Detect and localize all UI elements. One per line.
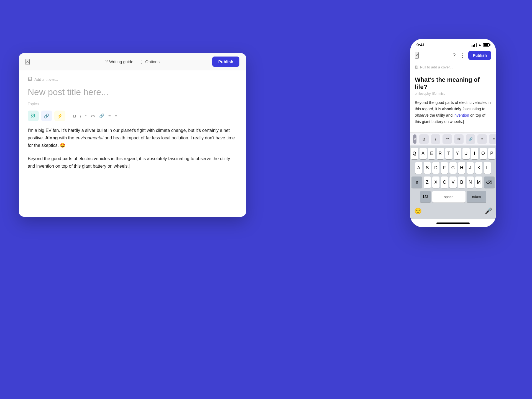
post-title-placeholder: New post title here... <box>28 87 109 97</box>
phone-help-button[interactable]: ? <box>452 52 456 59</box>
phone-bold-text: absolutely <box>442 107 461 111</box>
italic-button[interactable]: I <box>80 114 81 118</box>
return-key[interactable]: return <box>467 191 486 203</box>
phone-ul-button[interactable]: ≡ <box>489 134 496 144</box>
phone-code-button[interactable]: <> <box>454 134 464 144</box>
key-s[interactable]: S <box>424 162 431 174</box>
phone-link-text[interactable]: invention <box>454 113 469 117</box>
key-v[interactable]: V <box>449 177 457 188</box>
key-a[interactable]: A <box>415 162 422 174</box>
key-g[interactable]: G <box>449 162 457 174</box>
phone-status-bar: 9:41 ▲ <box>410 39 496 49</box>
phone-toolbar: × ? ⋮ Publish <box>410 49 496 62</box>
delete-key[interactable]: ⌫ <box>484 177 495 188</box>
bold-button[interactable]: B <box>73 114 76 118</box>
nums-key[interactable]: 123 <box>420 191 431 203</box>
writing-guide-label: Writing guide <box>109 59 133 64</box>
media-link-button[interactable]: 🔗 <box>41 111 52 121</box>
status-icons: ▲ <box>472 43 490 47</box>
phone-format-bar: ✕ B I ❝❞ <> 🔗 ≡ ≡ <box>410 132 496 145</box>
phone-quote-button[interactable]: ❝❞ <box>443 134 452 144</box>
phone-italic-text: observe <box>415 113 429 117</box>
key-j[interactable]: J <box>467 162 474 174</box>
home-bar-indicator <box>436 222 470 224</box>
editor-content: 🖼 Add a cover... New post title here... … <box>19 70 246 217</box>
key-i[interactable]: I <box>471 148 478 159</box>
topics-label[interactable]: Topics <box>28 102 237 106</box>
status-time: 9:41 <box>416 42 425 47</box>
publish-button[interactable]: Publish <box>212 57 239 67</box>
mic-key[interactable]: 🎤 <box>483 206 493 216</box>
phone-italic-button[interactable]: I <box>431 134 440 144</box>
text-cursor <box>129 164 129 168</box>
phone-text-cursor <box>463 120 464 124</box>
quote-button[interactable]: " <box>85 114 86 118</box>
key-t[interactable]: T <box>445 148 452 159</box>
key-h[interactable]: H <box>458 162 465 174</box>
key-q[interactable]: Q <box>411 148 418 159</box>
post-title-input[interactable]: New post title here... <box>28 87 237 97</box>
add-cover-button[interactable]: 🖼 Add a cover... <box>28 77 237 82</box>
link-button[interactable]: 🔗 <box>99 113 104 118</box>
editor-media-tools: 🖼 🔗 ⚡ B I " <> 🔗 ≡ ≡ <box>28 111 237 121</box>
keyboard-row-1: Q A E R T Y U I O P <box>411 148 495 159</box>
question-icon: ? <box>105 59 108 64</box>
bold-text: Along <box>45 135 58 140</box>
paragraph-2: Beyond the good parts of electric vehicl… <box>28 155 237 170</box>
key-p[interactable]: P <box>488 148 495 159</box>
phone-add-cover-label: Pull to add a cover... <box>420 65 453 69</box>
key-f[interactable]: F <box>441 162 448 174</box>
phone-post-title[interactable]: What's the meaning of life? <box>410 72 496 92</box>
dots-icon: ⋮ <box>139 59 144 65</box>
image-icon: 🖼 <box>28 77 32 82</box>
key-y[interactable]: Y <box>454 148 461 159</box>
ordered-list-button[interactable]: ≡ <box>108 114 111 118</box>
format-clear-button[interactable]: ✕ <box>413 134 416 144</box>
options-button[interactable]: ⋮ Options <box>139 59 160 65</box>
key-e[interactable]: E <box>428 148 435 159</box>
key-x[interactable]: X <box>432 177 439 188</box>
phone-ol-button[interactable]: ≡ <box>477 134 487 144</box>
phone-home-bar <box>410 219 496 227</box>
key-r[interactable]: R <box>437 148 444 159</box>
keyboard-row-2: A S D F G H J K L <box>411 162 495 174</box>
key-d[interactable]: D <box>432 162 439 174</box>
phone-bold-button[interactable]: B <box>419 134 429 144</box>
phone-content: 🖼 Pull to add a cover... What's the mean… <box>410 62 496 132</box>
unordered-list-button[interactable]: ≡ <box>115 114 117 118</box>
key-b[interactable]: B <box>458 177 465 188</box>
phone-add-cover[interactable]: 🖼 Pull to add a cover... <box>410 62 496 72</box>
close-button[interactable]: × <box>25 59 30 65</box>
emoji-key[interactable]: 🙂 <box>413 206 423 216</box>
media-image-button[interactable]: 🖼 <box>28 111 39 121</box>
italic-text: environmental <box>76 135 104 140</box>
writing-guide-button[interactable]: ? Writing guide <box>105 59 133 64</box>
phone-publish-button[interactable]: Publish <box>468 51 491 60</box>
key-l[interactable]: L <box>484 162 491 174</box>
code-button[interactable]: <> <box>90 114 95 118</box>
keyboard-bottom: 🙂 🎤 <box>411 205 495 218</box>
key-k[interactable]: K <box>475 162 482 174</box>
key-n[interactable]: N <box>467 177 474 188</box>
keyboard-row-4: 123 space return <box>411 191 495 203</box>
phone-wrapper: 9:41 ▲ × ? ⋮ Publish 🖼 <box>410 39 496 227</box>
phone-link-button[interactable]: 🔗 <box>466 134 475 144</box>
phone-toolbar-actions: ? ⋮ <box>452 52 465 59</box>
key-o[interactable]: O <box>480 148 487 159</box>
battery-icon <box>483 43 490 47</box>
add-cover-label: Add a cover... <box>34 77 58 82</box>
key-w[interactable]: A <box>420 148 427 159</box>
key-c[interactable]: C <box>441 177 448 188</box>
desktop-editor-panel: × ? Writing guide ⋮ Options Publish 🖼 Ad… <box>19 53 246 217</box>
space-key[interactable]: space <box>432 191 466 203</box>
format-buttons: B I ❝❞ <> 🔗 ≡ ≡ <box>419 134 496 144</box>
key-m[interactable]: M <box>475 177 482 188</box>
key-z[interactable]: Z <box>424 177 431 188</box>
key-u[interactable]: U <box>462 148 470 159</box>
shift-key[interactable]: ⇧ <box>411 177 422 188</box>
phone-more-button[interactable]: ⋮ <box>460 52 465 58</box>
phone-close-button[interactable]: × <box>415 52 419 59</box>
media-bolt-button[interactable]: ⚡ <box>54 111 65 121</box>
signal-icon <box>472 43 477 47</box>
wifi-icon: ▲ <box>478 43 482 47</box>
